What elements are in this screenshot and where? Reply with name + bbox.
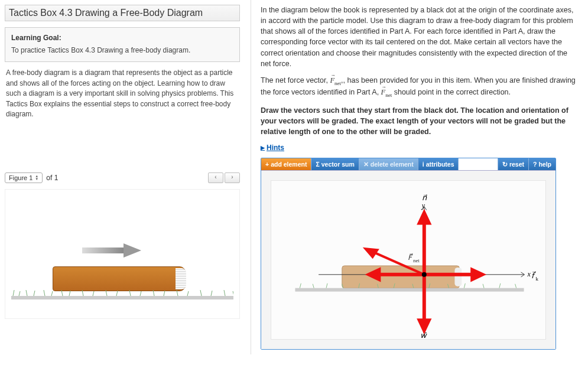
instructions-p3: Draw the vectors such that they start fr… [261, 105, 579, 137]
svg-line-24 [233, 291, 233, 296]
svg-line-28 [300, 284, 301, 288]
hints-toggle[interactable]: ▶ Hints [261, 144, 284, 152]
axis-x-label: x [527, 270, 531, 278]
figure-select[interactable]: Figure 1 ▲▼ [5, 172, 43, 183]
svg-marker-49 [472, 270, 482, 279]
svg-line-4 [19, 291, 20, 296]
delete-element-button[interactable]: ✕delete element [359, 158, 418, 170]
sigma-icon: Σ [316, 161, 319, 168]
svg-marker-47 [420, 320, 429, 330]
svg-line-41 [515, 284, 516, 288]
svg-line-14 [116, 291, 118, 296]
svg-line-21 [200, 290, 202, 296]
svg-line-13 [106, 290, 107, 296]
axis-fk-sub: k [535, 276, 538, 282]
attributes-button[interactable]: iattributes [418, 158, 459, 170]
vector-diagram[interactable]: n⃗ y x f⃗ k w⃗ [271, 181, 545, 339]
plus-icon: + [265, 161, 269, 168]
learning-goal-box: Learning Goal: To practice Tactics Box 4… [5, 27, 240, 62]
svg-line-17 [153, 290, 154, 296]
surface-grass [11, 290, 233, 299]
svg-line-10 [69, 291, 70, 296]
page-title: Tactics Box 4.3 Drawing a Free-Body Diag… [5, 5, 240, 21]
svg-line-5 [26, 290, 27, 296]
vector-widget: +add element Σvector sum ✕delete element… [261, 158, 556, 350]
svg-line-11 [82, 290, 83, 296]
svg-marker-1 [124, 243, 141, 258]
figure-next-button[interactable]: › [225, 172, 240, 183]
fnet-symbol: →Fnet [330, 76, 341, 84]
svg-line-18 [164, 291, 165, 296]
learning-goal-text: To practice Tactics Box 4.3 Drawing a fr… [11, 45, 233, 56]
instructions-p1: In the diagram below the book is represe… [261, 5, 579, 69]
axis-n-label: n⃗ [422, 194, 427, 202]
svg-rect-27 [295, 288, 524, 292]
figure-panel [5, 189, 240, 319]
instructions-p2: The net force vector, →Fnet,, has been p… [261, 75, 579, 99]
refresh-icon: ↻ [502, 161, 508, 168]
vector-canvas[interactable]: n⃗ y x f⃗ k w⃗ [261, 171, 555, 349]
figure-prev-button[interactable]: ‹ [208, 172, 223, 183]
learning-goal-label: Learning Goal: [11, 34, 233, 42]
svg-line-16 [140, 291, 141, 296]
info-icon: i [423, 161, 424, 168]
description-text: A free-body diagram is a diagram that re… [5, 68, 240, 119]
svg-line-9 [61, 290, 63, 296]
x-icon: ✕ [363, 161, 369, 168]
figure-label: Figure 1 [9, 174, 33, 181]
figure-bar: Figure 1 ▲▼ of 1 ‹ › [5, 172, 240, 183]
reset-button[interactable]: ↻reset [498, 158, 528, 170]
svg-line-6 [34, 291, 35, 296]
svg-line-39 [483, 284, 484, 288]
triangle-icon: ▶ [261, 145, 265, 151]
figure-total: of 1 [46, 174, 58, 182]
svg-line-12 [93, 291, 94, 296]
svg-line-19 [177, 290, 178, 296]
add-element-button[interactable]: +add element [261, 158, 311, 170]
svg-rect-0 [82, 248, 124, 253]
svg-marker-45 [420, 213, 429, 223]
stepper-icon[interactable]: ▲▼ [35, 175, 38, 181]
fnet-symbol: →Fnet [381, 88, 392, 96]
svg-line-29 [313, 284, 314, 288]
svg-line-40 [499, 284, 501, 288]
svg-line-20 [187, 291, 189, 296]
svg-line-3 [13, 290, 14, 296]
fnet-sub: net [413, 258, 420, 263]
question-icon: ? [533, 161, 537, 168]
svg-line-30 [326, 284, 327, 288]
book-shape [53, 266, 186, 291]
svg-rect-2 [11, 296, 233, 299]
help-button[interactable]: ?help [528, 158, 555, 170]
vector-sum-button[interactable]: Σvector sum [311, 158, 359, 170]
svg-rect-25 [342, 266, 460, 288]
svg-rect-26 [454, 268, 462, 286]
svg-line-7 [44, 290, 45, 296]
fnet-label: F⃗ [408, 253, 413, 262]
vector-toolbar: +add element Σvector sum ✕delete element… [261, 158, 555, 171]
svg-line-15 [129, 290, 131, 296]
svg-line-8 [51, 291, 53, 296]
svg-line-22 [211, 291, 212, 296]
svg-marker-51 [366, 249, 378, 257]
axis-y-label: y [421, 201, 425, 210]
origin-dot[interactable] [422, 272, 427, 277]
svg-line-23 [224, 290, 225, 296]
push-arrow-icon [82, 242, 141, 259]
svg-line-38 [464, 284, 465, 288]
